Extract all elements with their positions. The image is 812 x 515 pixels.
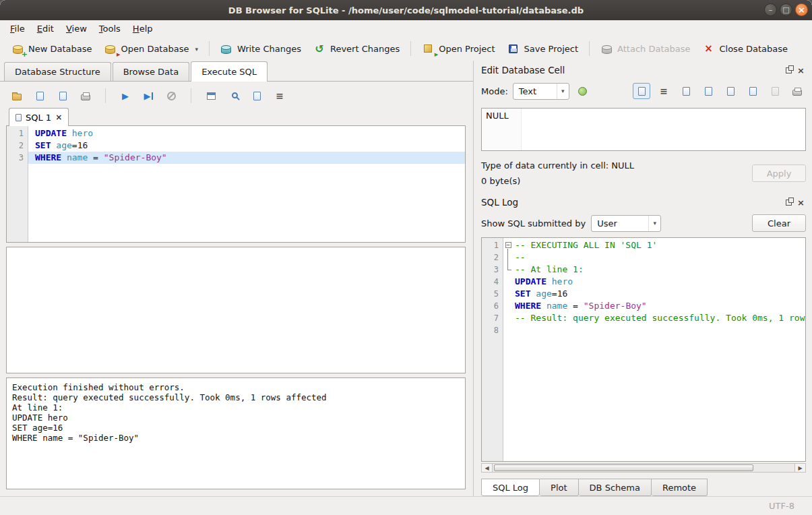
menu-help[interactable]: Help: [127, 22, 159, 36]
save-project-icon: [507, 43, 520, 55]
main-tab-bar: Database Structure Browse Data Execute S…: [0, 61, 473, 82]
word-wrap-button[interactable]: ≡: [272, 88, 288, 104]
tab-execute-sql[interactable]: Execute SQL: [191, 61, 268, 82]
text-view-button[interactable]: [633, 83, 650, 99]
open-database-dropdown-icon[interactable]: ▾: [195, 46, 198, 55]
close-panel-icon[interactable]: ×: [797, 198, 805, 207]
sql-editor[interactable]: 1UPDATE hero2SET age=163WHERE name = "Sp…: [6, 125, 466, 243]
sql-log-filter-select[interactable]: User ▾: [591, 215, 661, 232]
toolbar-separator: [209, 41, 210, 56]
scroll-left-icon[interactable]: ◀: [482, 464, 493, 472]
menu-tools[interactable]: Tools: [93, 22, 127, 36]
menu-edit[interactable]: Edit: [31, 22, 60, 36]
tab-browse-data[interactable]: Browse Data: [113, 62, 190, 81]
tab-db-schema[interactable]: DB Schema: [579, 479, 652, 496]
open-sql-file-button[interactable]: [9, 88, 25, 104]
save-sql-file-as-button[interactable]: [55, 88, 71, 104]
close-database-icon: ×: [702, 43, 714, 55]
scrollbar-thumb[interactable]: [494, 464, 753, 471]
auto-format-button[interactable]: [574, 83, 592, 99]
copy-icon: [705, 87, 712, 96]
detach-editor-button[interactable]: [203, 88, 219, 104]
close-database-button[interactable]: × Close Database: [696, 40, 794, 57]
sql-file-tab-bar: SQL 1 ×: [6, 107, 466, 125]
toolbar-separator: [191, 88, 191, 103]
maximize-icon[interactable]: □: [780, 3, 792, 16]
toolbar-separator: [410, 41, 411, 56]
toolbar-separator: [105, 88, 106, 103]
mode-select[interactable]: Text ▾: [513, 83, 569, 100]
chevron-down-icon: ▾: [648, 216, 660, 231]
results-grid[interactable]: [6, 247, 466, 373]
execute-all-button[interactable]: ▶: [117, 88, 133, 104]
float-panel-icon[interactable]: [786, 67, 792, 73]
execute-all-icon: ▶: [122, 92, 129, 100]
close-panel-icon[interactable]: ×: [797, 66, 805, 75]
float-panel-icon[interactable]: [786, 200, 792, 206]
edit-cell-title: Edit Database Cell: [481, 65, 565, 75]
mode-select-value: Text: [519, 86, 536, 96]
set-null-button[interactable]: [766, 83, 784, 99]
scrollbar-track[interactable]: [493, 464, 794, 472]
copy-cell-button[interactable]: [699, 83, 717, 99]
save-sql-file-as-icon: [59, 92, 67, 100]
close-tab-icon[interactable]: ×: [55, 113, 62, 122]
stop-icon: [167, 92, 176, 100]
import-icon: [727, 87, 735, 96]
sql-file-tab[interactable]: SQL 1 ×: [9, 108, 69, 126]
dock-tab-bar: SQL Log Plot DB Schema Remote: [481, 479, 806, 496]
sql-log-view[interactable]: 1−-- EXECUTING ALL IN 'SQL 1'2--3-- At l…: [481, 237, 806, 462]
log-horizontal-scrollbar[interactable]: ◀ ▶: [481, 463, 806, 473]
execute-current-line-button[interactable]: ▶: [140, 88, 156, 104]
scroll-right-icon[interactable]: ▶: [794, 464, 805, 472]
message-line: WHERE name = "Spider-Boy": [12, 433, 460, 443]
message-line: At line 1:: [12, 402, 460, 413]
menu-file[interactable]: File: [4, 22, 31, 36]
status-bar: UTF-8: [0, 496, 812, 515]
save-sql-file-button[interactable]: [32, 88, 48, 104]
stop-execution-button[interactable]: [163, 88, 179, 104]
save-project-button[interactable]: Save Project: [501, 40, 585, 57]
cell-value-editor[interactable]: NULL: [481, 108, 806, 151]
open-external-icon: [683, 87, 690, 96]
clear-log-button[interactable]: Clear: [752, 214, 806, 232]
write-changes-button[interactable]: Write Changes: [214, 40, 307, 57]
print-sql-button[interactable]: [77, 88, 94, 104]
find-button[interactable]: [226, 88, 242, 104]
apply-button[interactable]: Apply: [752, 164, 806, 182]
cell-word-wrap-button[interactable]: ≡: [655, 83, 673, 99]
print-cell-button[interactable]: [788, 83, 806, 99]
menu-view[interactable]: View: [60, 22, 93, 36]
sql-log-header: SQL Log ×: [481, 195, 806, 209]
window-title: DB Browser for SQLite - /home/user/code/…: [0, 5, 812, 16]
auto-complete-button[interactable]: [249, 88, 265, 104]
message-line: UPDATE hero: [12, 413, 460, 423]
edit-cell-toolbar: Mode: Text ▾ ≡ ▸ ▸: [481, 81, 806, 101]
menu-bar: File Edit View Tools Help: [0, 20, 812, 36]
open-database-button[interactable]: ▸ Open Database ▾: [98, 40, 204, 57]
message-line: Execution finished without errors.: [12, 382, 460, 392]
open-in-external-button[interactable]: [677, 83, 695, 99]
minimize-icon[interactable]: –: [764, 3, 777, 16]
text-document-icon: [638, 87, 646, 96]
attach-database-button[interactable]: Attach Database: [594, 40, 696, 57]
tab-database-structure[interactable]: Database Structure: [4, 62, 111, 81]
cell-value: NULL: [486, 111, 509, 121]
import-cell-button[interactable]: ▸: [722, 83, 739, 99]
cell-type-info: Type of data currently in cell: NULL: [481, 160, 634, 171]
close-icon[interactable]: ×: [795, 3, 808, 16]
main-toolbar: + New Database ▸ Open Database ▾ Write C…: [0, 36, 812, 61]
open-project-button[interactable]: ▸ Open Project: [416, 40, 501, 57]
save-sql-file-icon: [36, 92, 44, 100]
revert-changes-icon: ↺: [313, 43, 325, 55]
execution-messages: Execution finished without errors. Resul…: [6, 377, 466, 489]
new-database-button[interactable]: + New Database: [5, 40, 98, 57]
tab-plot[interactable]: Plot: [540, 479, 579, 496]
tab-remote[interactable]: Remote: [652, 479, 708, 496]
export-cell-button[interactable]: ▸: [744, 83, 761, 99]
print-icon: [81, 94, 90, 100]
revert-changes-button[interactable]: ↺ Revert Changes: [307, 40, 406, 57]
open-database-icon: ▸: [104, 43, 117, 55]
tab-sql-log[interactable]: SQL Log: [481, 479, 540, 496]
main-content-right: Edit Database Cell × Mode: Text ▾ ≡ ▸ ▸: [474, 61, 812, 496]
